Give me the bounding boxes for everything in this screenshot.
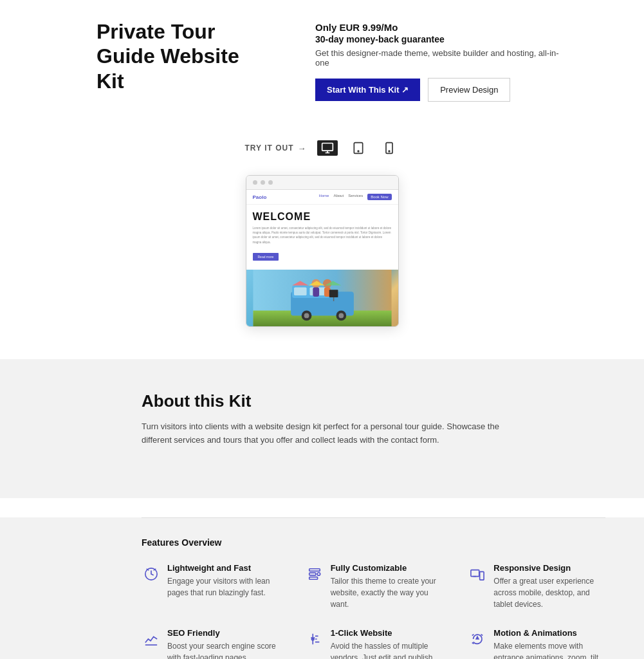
- svg-point-4: [389, 151, 390, 152]
- feature-title-1: Lightweight and Fast: [167, 563, 279, 573]
- svg-rect-21: [309, 569, 320, 571]
- feature-seo: SEO Friendly Boost your search engine sc…: [142, 628, 279, 659]
- feature-animation: Motion & Animations Make elements move w…: [468, 628, 605, 659]
- feature-desc-4: Boost your search engine score with fast…: [167, 640, 279, 659]
- about-description: Turn visitors into clients with a websit…: [142, 420, 515, 447]
- features-label: Features Overview: [142, 537, 605, 548]
- feature-title-3: Responsive Design: [493, 563, 605, 573]
- hero-body: Lorem ipsum dolor sit amet, consectetur …: [253, 226, 392, 245]
- desktop-icon[interactable]: [317, 140, 338, 156]
- mobile-icon[interactable]: [379, 140, 400, 156]
- features-grid: Lightweight and Fast Engage your visitor…: [142, 563, 605, 659]
- svg-rect-22: [309, 573, 315, 576]
- svg-rect-23: [309, 577, 317, 580]
- divider: [142, 517, 605, 518]
- browser-bar: [246, 176, 398, 190]
- header-section: Private Tour Guide Website Kit Only EUR …: [0, 0, 644, 121]
- guarantee-text: 30-day money-back guarantee: [315, 34, 573, 44]
- site-hero: WELCOME Lorem ipsum dolor sit amet, cons…: [246, 205, 398, 270]
- nav-about: About: [333, 194, 344, 200]
- feature-desc-2: Tailor this theme to create your website…: [331, 575, 443, 610]
- page-title: Private Tour Guide Website Kit: [97, 19, 264, 93]
- svg-rect-26: [480, 572, 484, 580]
- feature-customizable: Fully Customizable Tailor this theme to …: [305, 563, 443, 610]
- svg-rect-19: [329, 290, 338, 297]
- start-button[interactable]: Start With This Kit ↗: [315, 79, 420, 101]
- feature-title-2: Fully Customizable: [331, 563, 443, 573]
- tablet-icon[interactable]: [348, 140, 369, 156]
- site-logo: Paolo: [253, 194, 267, 200]
- read-more-btn: Read more: [253, 253, 279, 261]
- try-label: TRY IT OUT →: [245, 144, 307, 153]
- animation-icon: [468, 629, 487, 649]
- header-right: Only EUR 9.99/Mo 30-day money-back guara…: [315, 19, 573, 102]
- feature-lightweight: Lightweight and Fast Engage your visitor…: [142, 563, 279, 610]
- feature-desc-5: Avoid the hassles of multiple vendors. J…: [331, 640, 443, 659]
- arrow-icon: →: [298, 144, 307, 153]
- svg-rect-16: [313, 287, 319, 297]
- welcome-heading: WELCOME: [253, 211, 392, 223]
- feature-title-4: SEO Friendly: [167, 628, 279, 638]
- cta-buttons: Start With This Kit ↗ Preview Design: [315, 78, 573, 102]
- svg-rect-0: [322, 144, 333, 151]
- svg-point-2: [358, 151, 359, 152]
- price-text: Only EUR 9.99/Mo: [315, 22, 573, 33]
- svg-rect-9: [294, 287, 307, 295]
- browser-dot-green: [268, 180, 273, 185]
- nav-services: Services: [348, 194, 363, 200]
- responsive-icon: [468, 564, 487, 584]
- hero-image: [246, 270, 398, 326]
- about-section: About this Kit Turn visitors into client…: [0, 359, 644, 499]
- browser-window: Paolo Home About Services Book Now WELCO…: [246, 175, 399, 327]
- svg-point-14: [338, 313, 344, 318]
- seo-icon: [142, 629, 161, 649]
- svg-rect-25: [471, 570, 479, 577]
- feature-title-6: Motion & Animations: [493, 628, 605, 638]
- svg-point-24: [317, 573, 320, 576]
- site-nav: Paolo Home About Services Book Now: [246, 190, 398, 205]
- nav-home: Home: [318, 194, 329, 200]
- feature-oneclick: 1-Click Website Avoid the hassles of mul…: [305, 628, 443, 659]
- nav-book-now: Book Now: [367, 194, 391, 200]
- svg-point-12: [304, 313, 309, 318]
- feature-desc-3: Offer a great user experience across mob…: [493, 575, 605, 610]
- feature-desc-1: Engage your visitors with lean pages tha…: [167, 575, 279, 599]
- feature-title-5: 1-Click Website: [331, 628, 443, 638]
- preview-button[interactable]: Preview Design: [428, 78, 510, 102]
- feature-desc-6: Make elements move with entrance animati…: [493, 640, 605, 659]
- browser-content: Paolo Home About Services Book Now WELCO…: [246, 190, 398, 326]
- features-section: Features Overview Lightweight and Fast E…: [0, 517, 644, 659]
- mockup-section: Paolo Home About Services Book Now WELCO…: [0, 169, 644, 359]
- click-icon: [305, 629, 324, 649]
- browser-dot-yellow: [261, 180, 265, 185]
- speed-icon: [142, 564, 161, 584]
- browser-dot-red: [253, 180, 257, 185]
- customize-icon: [305, 564, 324, 584]
- about-title: About this Kit: [142, 391, 605, 411]
- try-it-out-section: TRY IT OUT →: [0, 121, 644, 169]
- feature-responsive: Responsive Design Offer a great user exp…: [468, 563, 605, 610]
- description-text: Get this designer-made theme, website bu…: [315, 48, 573, 68]
- site-nav-links: Home About Services Book Now: [318, 194, 391, 200]
